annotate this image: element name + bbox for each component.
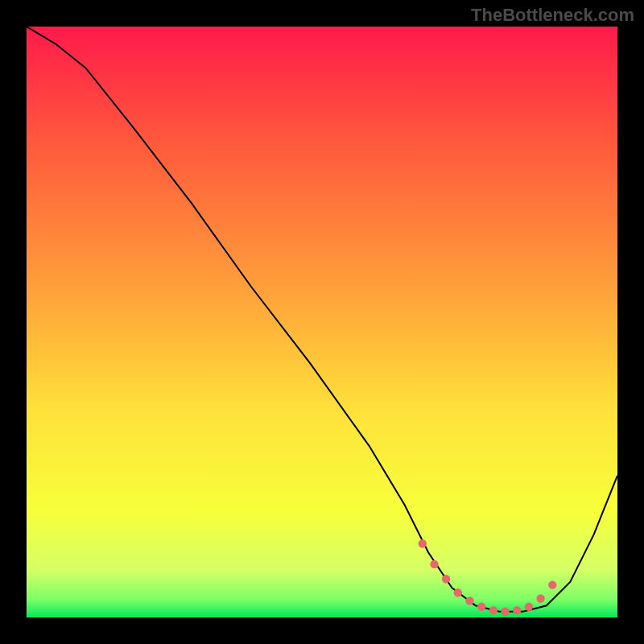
valley-marker (419, 539, 427, 547)
chart-svg (27, 27, 617, 617)
valley-marker (477, 603, 485, 611)
chart-area (27, 27, 617, 617)
valley-marker (548, 580, 556, 588)
watermark-text: TheBottleneck.com (471, 5, 634, 26)
valley-marker (489, 606, 497, 614)
valley-marker (536, 594, 544, 602)
valley-marker (454, 588, 462, 597)
valley-marker (525, 603, 533, 611)
valley-marker (501, 608, 509, 616)
valley-marker (513, 606, 521, 614)
gradient-background (27, 27, 617, 617)
valley-marker (465, 597, 473, 605)
valley-marker (442, 575, 450, 583)
valley-marker (430, 560, 438, 568)
